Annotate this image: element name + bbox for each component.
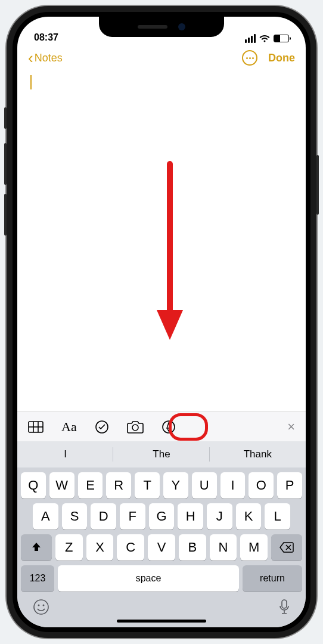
home-indicator[interactable] xyxy=(117,620,206,623)
notch xyxy=(99,17,224,37)
key-q[interactable]: Q xyxy=(21,472,46,499)
suggestion[interactable]: The xyxy=(113,441,209,467)
key-s[interactable]: S xyxy=(62,503,88,530)
key-x[interactable]: X xyxy=(86,534,114,561)
key-l[interactable]: L xyxy=(265,503,290,530)
key-k[interactable]: K xyxy=(236,503,262,530)
table-icon xyxy=(28,421,44,433)
key-g[interactable]: G xyxy=(149,503,175,530)
checklist-button[interactable] xyxy=(95,420,109,434)
phone-frame: 08:37 ‹ Notes Done xyxy=(7,6,316,638)
key-w[interactable]: W xyxy=(49,472,74,499)
key-shift[interactable] xyxy=(21,534,52,561)
table-button[interactable] xyxy=(28,421,44,433)
key-r[interactable]: R xyxy=(106,472,131,499)
back-button[interactable]: ‹ Notes xyxy=(28,50,63,66)
svg-point-7 xyxy=(132,425,138,431)
suggestion[interactable]: Thank xyxy=(210,441,306,467)
key-a[interactable]: A xyxy=(33,503,58,530)
key-numeric[interactable]: 123 xyxy=(21,565,54,592)
key-d[interactable]: D xyxy=(91,503,116,530)
key-h[interactable]: H xyxy=(178,503,203,530)
status-time: 08:37 xyxy=(34,32,58,43)
svg-point-10 xyxy=(38,605,40,606)
key-space[interactable]: space xyxy=(58,565,239,592)
camera-button[interactable] xyxy=(127,420,144,434)
key-t[interactable]: T xyxy=(135,472,160,499)
key-p[interactable]: P xyxy=(277,472,302,499)
svg-point-9 xyxy=(34,600,48,614)
svg-point-11 xyxy=(43,605,45,606)
keyboard: I The Thank Q W E R T Y U I O P A xyxy=(17,441,306,627)
markup-button[interactable] xyxy=(162,420,176,434)
chevron-left-icon: ‹ xyxy=(28,50,33,66)
text-format-button[interactable]: Aa xyxy=(61,419,77,435)
emoji-icon xyxy=(33,599,49,615)
svg-marker-1 xyxy=(157,310,183,340)
camera-icon xyxy=(127,420,144,434)
key-n[interactable]: N xyxy=(210,534,237,561)
volume-down-button xyxy=(4,194,7,236)
key-v[interactable]: V xyxy=(148,534,175,561)
key-e[interactable]: E xyxy=(78,472,103,499)
microphone-icon xyxy=(278,599,290,615)
key-return[interactable]: return xyxy=(243,565,302,592)
key-o[interactable]: O xyxy=(249,472,274,499)
battery-icon xyxy=(274,35,289,42)
back-label: Notes xyxy=(35,52,63,64)
svg-rect-12 xyxy=(282,600,287,608)
key-y[interactable]: Y xyxy=(163,472,188,499)
note-editor[interactable] xyxy=(17,72,306,411)
format-toolbar: Aa × xyxy=(17,411,306,441)
suggestion[interactable]: I xyxy=(17,441,113,467)
cellular-signal-icon xyxy=(245,34,256,43)
mute-switch xyxy=(4,107,7,129)
shift-icon xyxy=(30,541,42,553)
power-button xyxy=(316,155,319,215)
dictation-button[interactable] xyxy=(278,599,290,618)
key-m[interactable]: M xyxy=(240,534,268,561)
key-f[interactable]: F xyxy=(120,503,145,530)
emoji-button[interactable] xyxy=(33,599,49,618)
key-b[interactable]: B xyxy=(179,534,206,561)
key-i[interactable]: I xyxy=(220,472,246,499)
nav-bar: ‹ Notes Done xyxy=(17,44,306,72)
key-c[interactable]: C xyxy=(117,534,144,561)
done-button[interactable]: Done xyxy=(268,52,295,64)
key-u[interactable]: U xyxy=(192,472,217,499)
key-backspace[interactable] xyxy=(271,534,302,561)
close-toolbar-button[interactable]: × xyxy=(287,419,295,435)
annotation-arrow xyxy=(153,161,195,346)
pen-circle-icon xyxy=(162,420,176,434)
wifi-icon xyxy=(259,35,270,43)
volume-up-button xyxy=(4,143,7,185)
key-j[interactable]: J xyxy=(207,503,232,530)
check-circle-icon xyxy=(95,420,109,434)
backspace-icon xyxy=(279,542,294,553)
key-z[interactable]: Z xyxy=(55,534,83,561)
more-button[interactable] xyxy=(242,50,257,66)
suggestion-bar: I The Thank xyxy=(17,441,306,467)
text-cursor xyxy=(30,75,32,89)
screen: 08:37 ‹ Notes Done xyxy=(17,17,306,627)
